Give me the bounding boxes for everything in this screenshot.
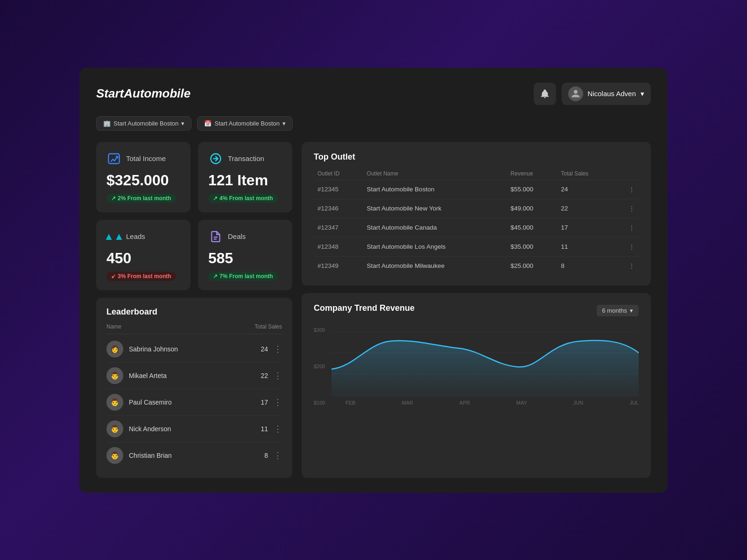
col-revenue: Revenue (507, 168, 557, 180)
brand-title: StartAutomobile (96, 86, 190, 101)
lb-sales: 17 (261, 399, 268, 406)
outlet-sales: 24 (557, 180, 615, 199)
leaderboard-row: 👨 Nick Anderson 11 ⋮ (106, 416, 282, 442)
period-selector[interactable]: 6 months ▾ (597, 305, 639, 316)
leads-value: 450 (106, 250, 180, 267)
col-total-sales: Total Sales (557, 168, 615, 180)
lb-avatar: 👨 (106, 367, 123, 384)
deals-label: Deals (228, 232, 246, 240)
chart-svg (331, 327, 639, 397)
deals-icon (208, 229, 223, 244)
outlet-name: Start Automobile Boston (363, 180, 507, 199)
chart-container: $300 $200 $100 (314, 327, 639, 406)
x-label-feb: FEB (345, 400, 355, 406)
building-icon: 🏢 (103, 120, 111, 127)
lb-more-button[interactable]: ⋮ (274, 397, 282, 407)
col-outlet-id: Outlet ID (314, 168, 363, 180)
y-label-300: $300 (314, 327, 325, 333)
income-icon (106, 151, 121, 166)
bell-icon (540, 89, 550, 99)
leaderboard-row: 👨 Mikael Arteta 22 ⋮ (106, 363, 282, 389)
outlet-sales: 17 (557, 218, 615, 237)
stat-cards-grid: Total Income $325.000 ↗ 2% From last mon… (96, 142, 292, 290)
lb-more-button[interactable]: ⋮ (274, 344, 282, 354)
table-row: #12346 Start Automobile New York $49.000… (314, 199, 639, 218)
header-right: Nicolaus Adven ▾ (534, 83, 651, 105)
table-row: #12349 Start Automobile Milwaukee $25.00… (314, 256, 639, 275)
lb-avatar: 👨 (106, 447, 123, 464)
y-axis-labels: $300 $200 $100 (314, 327, 327, 406)
y-label-100: $100 (314, 400, 325, 406)
leaderboard-card: Leaderboard Name Total Sales 👩 Sabrina J… (96, 298, 292, 478)
table-row: #12345 Start Automobile Boston $55.000 2… (314, 180, 639, 199)
col-sales-header: Total Sales (254, 323, 282, 330)
notification-button[interactable] (534, 83, 556, 105)
top-outlet-card: Top Outlet Outlet ID Outlet Name Revenue… (302, 142, 651, 286)
y-label-200: $200 (314, 364, 325, 369)
outlet-name: Start Automobile Los Angels (363, 237, 507, 256)
location-filter-label: Start Automobile Boston (113, 120, 178, 127)
lb-avatar: 👨 (106, 420, 123, 437)
chart-title: Company Trend Revenue (314, 303, 415, 313)
chart-area (331, 327, 639, 397)
svg-rect-0 (108, 154, 119, 163)
leaderboard-title: Leaderboard (106, 307, 282, 317)
outlet-revenue: $55.000 (507, 180, 557, 199)
outlet-more-button[interactable]: ⋮ (615, 256, 639, 275)
lb-more-button[interactable]: ⋮ (274, 424, 282, 434)
chevron-down-icon: ▾ (630, 307, 633, 314)
lb-avatar: 👩 (106, 341, 123, 357)
outlet-id: #12348 (314, 237, 363, 256)
leaderboard-row: 👨 Paul Casemiro 17 ⋮ (106, 389, 282, 416)
transaction-value: 121 Item (208, 172, 282, 189)
total-income-badge: ↗ 2% From last month (106, 194, 176, 203)
outlet-more-button[interactable]: ⋮ (615, 180, 639, 199)
leaderboard-row: 👩 Sabrina Johnson 24 ⋮ (106, 336, 282, 363)
total-income-label: Total Income (126, 154, 166, 162)
header: StartAutomobile Nicolaus Adven ▾ (96, 83, 651, 105)
deals-value: 585 (208, 250, 282, 267)
chevron-down-icon: ▾ (282, 120, 286, 127)
total-income-value: $325.000 (106, 172, 180, 189)
location-filter[interactable]: 🏢 Start Automobile Boston ▾ (96, 116, 191, 131)
col-outlet-name: Outlet Name (363, 168, 507, 180)
lb-more-button[interactable]: ⋮ (274, 371, 282, 381)
date-filter-label: Start Automobile Boston (214, 120, 279, 127)
chevron-down-icon: ▾ (181, 120, 184, 127)
lb-name: Christian Brian (129, 452, 264, 459)
top-outlet-title: Top Outlet (314, 152, 639, 162)
outlet-name: Start Automobile Milwaukee (363, 256, 507, 275)
outlet-sales: 11 (557, 237, 615, 256)
x-label-may: MAY (516, 400, 527, 406)
outlet-revenue: $45.000 (507, 218, 557, 237)
chevron-down-icon: ▾ (641, 90, 644, 98)
lb-avatar: 👨 (106, 394, 123, 411)
leaderboard-row: 👨 Christian Brian 8 ⋮ (106, 442, 282, 469)
leaderboard-rows: 👩 Sabrina Johnson 24 ⋮ 👨 Mikael Arteta 2… (106, 336, 282, 469)
lb-sales: 24 (261, 345, 268, 353)
lb-name: Paul Casemiro (129, 399, 261, 406)
x-label-jul: JUL (629, 400, 639, 406)
outlet-table: Outlet ID Outlet Name Revenue Total Sale… (314, 168, 639, 275)
outlet-more-button[interactable]: ⋮ (615, 199, 639, 218)
outlet-more-button[interactable]: ⋮ (615, 237, 639, 256)
user-icon (571, 89, 580, 98)
date-filter[interactable]: 📅 Start Automobile Boston ▾ (197, 116, 292, 131)
x-axis-labels: FEB MAR APR MAY JUN JUL (331, 397, 639, 406)
user-menu-button[interactable]: Nicolaus Adven ▾ (562, 83, 651, 105)
outlet-more-button[interactable]: ⋮ (615, 218, 639, 237)
x-label-jun: JUN (573, 400, 583, 406)
filters-row: 🏢 Start Automobile Boston ▾ 📅 Start Auto… (96, 116, 651, 131)
lb-sales: 11 (261, 425, 268, 433)
outlet-id: #12347 (314, 218, 363, 237)
avatar (568, 86, 583, 101)
col-name-header: Name (106, 323, 121, 330)
outlet-sales: 22 (557, 199, 615, 218)
lb-more-button[interactable]: ⋮ (274, 450, 282, 461)
lb-sales: 22 (261, 372, 268, 379)
table-row: #12347 Start Automobile Canada $45.000 1… (314, 218, 639, 237)
leads-badge: ↙ 3% From last month (106, 272, 176, 281)
x-label-mar: MAR (402, 400, 413, 406)
period-label: 6 months (602, 307, 627, 314)
outlet-revenue: $49.000 (507, 199, 557, 218)
